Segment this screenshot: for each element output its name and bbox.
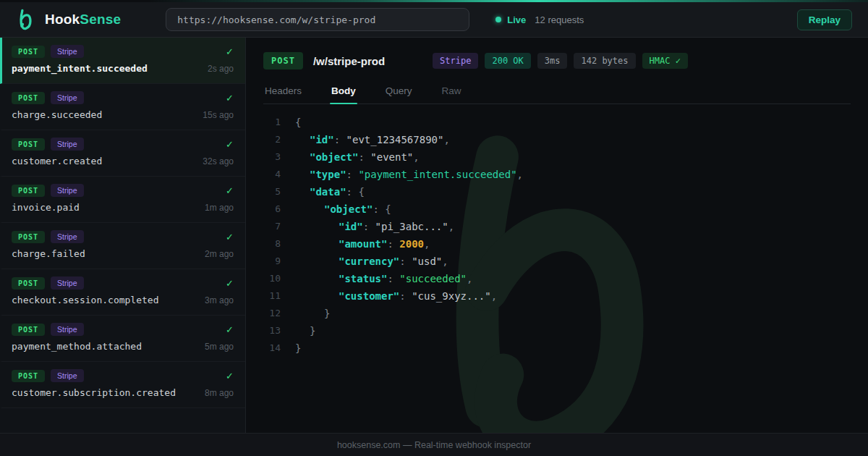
- code-token: "data": [310, 186, 346, 198]
- source-badge: Stripe: [51, 184, 83, 197]
- event-name: invoice.paid: [12, 202, 80, 213]
- code-token: ,: [448, 221, 454, 232]
- source-badge: Stripe: [51, 138, 83, 151]
- line-number: 6: [263, 200, 281, 218]
- line-number: 14: [263, 339, 281, 357]
- method-badge: POST: [12, 185, 45, 197]
- line-number: 9: [263, 253, 281, 270]
- event-time: 15s ago: [203, 110, 234, 120]
- code-token: "amount": [339, 238, 387, 250]
- tab-headers[interactable]: Headers: [263, 81, 303, 104]
- success-check-icon: ✓: [226, 278, 234, 289]
- detail-tabs: HeadersBodyQueryRaw: [263, 81, 851, 104]
- tab-body[interactable]: Body: [330, 81, 357, 104]
- code-line: 5"data": {: [263, 183, 851, 200]
- code-token: "currency": [339, 256, 399, 267]
- method-badge: POST: [12, 138, 45, 151]
- webhook-list-item[interactable]: POSTStripe✓checkout.session.completed3m …: [0, 269, 245, 316]
- code-token: :: [334, 134, 346, 145]
- app-window: HookSense Live 12 requests Replay POSTSt…: [0, 0, 868, 456]
- code-token: "cus_9xyz...": [412, 290, 491, 302]
- code-line: 12}: [263, 305, 851, 322]
- success-check-icon: ✓: [226, 93, 234, 104]
- tab-raw[interactable]: Raw: [441, 81, 463, 104]
- webhook-list-item[interactable]: POSTStripe✓invoice.paid1m ago: [0, 177, 245, 223]
- webhook-list-item[interactable]: POSTStripe✓customer.created32s ago: [0, 130, 245, 177]
- webhook-url-input[interactable]: [166, 8, 469, 31]
- code-token: :: [358, 151, 370, 163]
- webhook-item-main: charge.failed2m ago: [12, 248, 234, 259]
- live-dot-icon: [495, 17, 501, 22]
- webhook-item-badges: POSTStripe✓: [12, 91, 234, 104]
- code-token: }: [324, 308, 330, 319]
- line-content: "data": {: [295, 183, 365, 200]
- source-badge: Stripe: [51, 45, 83, 58]
- webhook-list-item[interactable]: POSTStripe✓charge.succeeded15s ago: [0, 84, 245, 130]
- line-number: 10: [263, 270, 281, 287]
- line-content: "object": "event",: [295, 148, 420, 166]
- line-number: 11: [263, 287, 281, 305]
- code-token: :: [346, 186, 359, 198]
- line-number: 12: [263, 305, 281, 322]
- replay-button[interactable]: Replay: [797, 9, 852, 30]
- event-name: charge.failed: [12, 248, 85, 259]
- code-token: }: [295, 342, 301, 354]
- line-number: 3: [263, 148, 281, 166]
- code-token: ,: [443, 134, 449, 145]
- source-badge: Stripe: [51, 369, 83, 382]
- code-line: 13}: [263, 322, 851, 339]
- line-number: 4: [263, 166, 281, 183]
- request-summary-row: POST /w/stripe-prod Stripe200 OK3ms142 b…: [263, 52, 851, 69]
- source-badge: Stripe: [51, 230, 83, 243]
- neutral-badge: 3ms: [537, 53, 568, 69]
- code-token: 2000: [399, 238, 424, 250]
- method-badge: POST: [263, 52, 303, 69]
- line-content: "object": {: [295, 200, 391, 218]
- webhook-item-main: customer.subscription.created8m ago: [12, 387, 234, 398]
- event-name: charge.succeeded: [12, 109, 102, 120]
- code-token: :: [387, 238, 399, 250]
- code-token: {: [358, 186, 364, 198]
- code-token: "event": [370, 151, 413, 163]
- code-token: :: [387, 273, 399, 284]
- code-token: :: [373, 203, 385, 215]
- webhook-item-main: checkout.session.completed3m ago: [12, 295, 234, 305]
- code-token: "evt_1234567890": [346, 134, 444, 145]
- webhook-list-item[interactable]: POSTStripe✓customer.subscription.created…: [0, 362, 245, 408]
- code-token: }: [310, 325, 315, 337]
- event-name: customer.created: [12, 156, 102, 166]
- source-badge: Stripe: [51, 91, 83, 104]
- webhook-item-badges: POSTStripe✓: [12, 45, 234, 58]
- webhook-list-item[interactable]: POSTStripe✓charge.failed2m ago: [0, 223, 245, 269]
- method-badge: POST: [12, 231, 45, 243]
- method-badge: POST: [12, 370, 45, 382]
- webhook-list-item[interactable]: POSTStripe✓payment_intent.succeeded2s ag…: [0, 38, 245, 84]
- code-token: ,: [424, 238, 430, 250]
- request-badges: Stripe200 OK3ms142 bytesHMAC ✓: [433, 53, 688, 69]
- main-layout: POSTStripe✓payment_intent.succeeded2s ag…: [0, 38, 868, 433]
- request-detail-panel: POST /w/stripe-prod Stripe200 OK3ms142 b…: [246, 38, 868, 433]
- brand-logo[interactable]: HookSense: [16, 9, 121, 30]
- method-badge: POST: [12, 46, 45, 58]
- webhook-item-main: payment_intent.succeeded2s ago: [12, 63, 234, 74]
- webhook-item-badges: POSTStripe✓: [12, 369, 234, 382]
- webhook-list-item[interactable]: POSTStripe✓payment_method.attached5m ago: [0, 316, 245, 362]
- tab-query[interactable]: Query: [384, 81, 414, 104]
- line-content: "id": "pi_3abc...",: [295, 218, 454, 235]
- code-line: 1{: [263, 114, 851, 131]
- code-token: :: [363, 221, 375, 232]
- line-content: "customer": "cus_9xyz...",: [295, 287, 497, 305]
- event-name: payment_intent.succeeded: [12, 63, 148, 74]
- success-check-icon: ✓: [226, 139, 234, 150]
- event-time: 2s ago: [208, 64, 234, 74]
- neutral-badge: 142 bytes: [574, 53, 635, 69]
- webhook-item-main: invoice.paid1m ago: [12, 202, 234, 213]
- event-time: 8m ago: [205, 388, 234, 398]
- code-token: "payment_intent.succeeded": [358, 169, 516, 180]
- line-number: 8: [263, 235, 281, 253]
- verified-badge: HMAC ✓: [642, 53, 688, 69]
- event-time: 5m ago: [205, 342, 234, 352]
- source-badge: Stripe: [51, 276, 83, 290]
- line-content: "amount": 2000,: [295, 235, 430, 253]
- webhook-item-badges: POSTStripe✓: [12, 276, 234, 290]
